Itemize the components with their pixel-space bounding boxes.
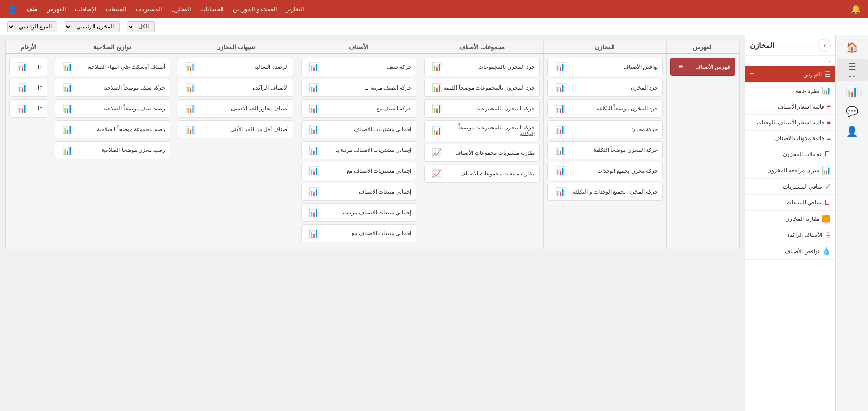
ijmali-masht-card[interactable]: إجمالي مشتريات الأصناف 📊: [301, 120, 416, 138]
asnaf-intiha-salaheya-card[interactable]: أصناف أوشكت على انتهاء الصلاحية 📊: [55, 58, 170, 76]
haraka-makhzan-card[interactable]: حركة مخزن 📊: [547, 120, 663, 138]
haraka-sanf-maa-label: حركة الصنف مع: [319, 105, 411, 112]
arqam-2-card[interactable]: Ih 📊: [9, 79, 47, 97]
haraka-makhzan-label: حركة مخزن: [565, 126, 658, 132]
sidebar-general[interactable]: ☰ عام: [837, 59, 868, 81]
tawareekh-column: أصناف أوشكت على انتهاء الصلاحية 📊 حركة ص…: [51, 54, 174, 249]
ijmali-masht-murattab-icon: 📊: [309, 145, 319, 155]
columns-header: الفهرس المخازن مجموعات الأصناف الأصناف ت…: [5, 41, 740, 54]
user-icon[interactable]: 👤: [7, 4, 17, 14]
raseed-majmooa-salaheya-label: رصيد مجموعة موضحاً الصلاحية: [72, 126, 165, 132]
haraka-makhzan-wehdat-label: حركة مخزن بجميع الوحدات: [565, 168, 658, 174]
menu-mokawinat-icon: ≡: [827, 134, 831, 142]
sidebar-user[interactable]: 👤: [837, 123, 868, 141]
raseed-majmooa-salaheya-card[interactable]: رصيد مجموعة موضحاً الصلاحية 📊: [55, 120, 170, 138]
haraka-sanf-card[interactable]: حركة صنف 📊: [301, 58, 416, 76]
menu-item-safi-mab[interactable]: 🗒 صافي المبيعات: [745, 195, 835, 211]
brand-name: ملف: [26, 6, 37, 13]
top-nav: 🔔 التقارير العملاء و الموردين الحسابات ا…: [0, 0, 868, 18]
menu-item-nazra[interactable]: 📊 نظرة عامة: [745, 83, 835, 99]
nav-index[interactable]: الفهرس: [46, 6, 66, 13]
haraka-majmooat-card[interactable]: حركة المخزن بالمجموعات 📊: [424, 99, 539, 118]
asnaf-column: حركة صنف 📊 حركة الصنف مرتبة بـ 📊 حركة ال…: [297, 54, 420, 249]
haraka-makhzan-wehdat-takl-card[interactable]: حركة المخزن بجميع الوحدات و التكلفة 📊: [547, 183, 663, 201]
fahras-asnaf-card[interactable]: فهرس الأصناف ≡: [670, 58, 735, 76]
sidebar-whatsapp[interactable]: 💬: [837, 103, 868, 121]
jard-majmooat-qeema-card[interactable]: جرد المخزون بالمجموعات موضحاً القيمة 📊: [424, 79, 539, 97]
haraka-makhzan-takl-card[interactable]: حركة المخزن موضحاً التكلفة 📊: [547, 141, 663, 159]
haraka-sanf-maa-card[interactable]: حركة الصنف مع 📊: [301, 99, 416, 118]
moqarna-masht-majmooat-label: مقارنة مشتريات مجموعات الأصناف: [442, 150, 534, 156]
haraka-majmooat-takl-card[interactable]: حركة المخزن بالمجموعات موضحاً التكلفة 📊: [424, 120, 539, 141]
jard-majmooat-card[interactable]: جرد المخزن بالمجموعات 📊: [424, 58, 539, 76]
menu-item-rakida[interactable]: ⊞ الأصناف الراكدة: [745, 227, 835, 243]
ijmali-mab-maa-card[interactable]: إجمالي مبيعات الأصناف مع 📊: [301, 224, 416, 242]
expand-panel-button[interactable]: ›: [745, 56, 835, 66]
raseed-makhzan-salaheya-card[interactable]: رصيد مخزن موضحاً الصلاحية 📊: [55, 141, 170, 159]
raseed-salbiya-card[interactable]: الرصدة السالبة 📊: [178, 58, 293, 76]
ijmali-masht-maa-card[interactable]: إجمالي مشتريات الأصناف مع 📊: [301, 162, 416, 180]
arqam-1-card[interactable]: Ih 📊: [9, 58, 47, 76]
nav-accounts[interactable]: الحسابات: [200, 6, 224, 13]
haraka-majmooat-label: حركة المخزن بالمجموعات: [442, 105, 534, 112]
raseed-salbiya-icon: 📊: [185, 62, 195, 72]
nav-purchases[interactable]: المشتريات: [136, 6, 162, 13]
raseed-sanf-salaheya-card[interactable]: رصيد صنف موضحاً الصلاحية 📊: [55, 99, 170, 118]
asnaf-hdd-adna-icon: 📊: [185, 124, 195, 134]
asnaf-hdd-aqsa-card[interactable]: أصناف تجاوز الحد الأقصى 📊: [178, 99, 293, 118]
asnaf-hdd-adna-card[interactable]: أصناف أقل من الحد الأدنى 📊: [178, 120, 293, 138]
menu-nazra-icon: 📊: [822, 86, 831, 95]
ijmali-masht-murattab-card[interactable]: إجمالي مشتريات الأصناف مرتبة بـ 📊: [301, 141, 416, 159]
branch-select[interactable]: الفرع الرئيسي: [7, 21, 57, 32]
moqarna-mab-majmooat-card[interactable]: مقارنة مبيعات مجموعات الأصناف 📈: [424, 165, 539, 183]
menu-mokawinat-label: قائمة مكونات الأصناف: [750, 135, 824, 142]
haraka-sanf-salaheya-card[interactable]: حركة صنف موضحاً الصلاحية 📊: [55, 79, 170, 97]
jard-makhzan-takl-card[interactable]: جرد المخزن موضحاً التكلفة 📊: [547, 99, 663, 118]
jard-makhzan-card[interactable]: جرد المخزن 📊: [547, 79, 663, 97]
nav-warehouses[interactable]: المخازن: [171, 6, 191, 13]
col-header-tawareekh: تواريخ الصلاحية: [51, 41, 174, 53]
menu-item-safi-masht[interactable]: ✓ صافي المشتريات: [745, 179, 835, 195]
menu-safi-masht-icon: ✓: [825, 182, 831, 191]
col-header-tanbihat: تنبيهات المخازن: [174, 41, 297, 53]
menu-item-moqarna[interactable]: 🟧 مقارنة المخازن: [745, 211, 835, 227]
sidebar-chart[interactable]: 📊: [837, 83, 868, 101]
moqarna-mab-icon: 📈: [432, 169, 442, 179]
nav-forward-button[interactable]: ›: [818, 39, 831, 52]
menu-nawaqes-label: نواقص الأصناف: [750, 248, 819, 255]
menu-item-mizan[interactable]: 📊 ميزان مراجعة المخزون: [745, 162, 835, 179]
arqam-1-icon: 📊: [17, 62, 27, 72]
haraka-sanf-murattab-card[interactable]: حركة الصنف مرتبة بـ 📊: [301, 79, 416, 97]
menu-item-tamaolat[interactable]: 🗒 تعاملات المخزون: [745, 146, 835, 162]
menu-item-fahras[interactable]: ☰ الفهرس ≡: [745, 66, 835, 83]
nav-clients[interactable]: العملاء و الموردين: [233, 6, 277, 13]
sidebar-general-label: عام: [849, 73, 855, 79]
menu-item-mokawinat[interactable]: ≡ قائمة مكونات الأصناف: [745, 131, 835, 146]
menu-item-nawaqes[interactable]: 💧 نواقص الأصناف: [745, 243, 835, 260]
moqarna-masht-majmooat-card[interactable]: مقارنة مشتريات مجموعات الأصناف 📈: [424, 144, 539, 162]
menu-icon: ☰: [848, 61, 856, 72]
menu-item-asaar[interactable]: ≡ قائمة اسعار الأصناف: [745, 99, 835, 115]
ijmali-mab-card[interactable]: إجمالي مبيعات الأصناف 📊: [301, 183, 416, 201]
bell-icon[interactable]: 🔔: [851, 4, 861, 14]
arqam-column: Ih 📊 Ih 📊 Ih 📊: [6, 54, 51, 249]
ijmali-mab-murattab-card[interactable]: إجمالي مبيعات الأصناف مرتبة بـ 📊: [301, 203, 416, 222]
nawaqes-asnaf-card[interactable]: نواقص الأصناف 📊: [547, 58, 663, 76]
nav-reports[interactable]: التقارير: [286, 6, 304, 13]
all-select[interactable]: الكل: [127, 21, 155, 32]
ijmali-masht-murattab-label: إجمالي مشتريات الأصناف مرتبة بـ: [319, 147, 411, 153]
arqam-3-card[interactable]: Ih 📊: [9, 99, 47, 118]
col-header-majmooat: مجموعات الأصناف: [420, 41, 543, 53]
raseed-salbiya-label: الرصدة السالبة: [195, 64, 288, 70]
warehouse-select[interactable]: المخزن الرئيسي: [65, 21, 120, 32]
ijmali-mab-murattab-label: إجمالي مبيعات الأصناف مرتبة بـ: [319, 209, 411, 216]
menu-item-asaar-wehdat[interactable]: ≡ قائمة اسعار الأصناف بالوحدات: [745, 115, 835, 131]
asnaf-rakida-card[interactable]: الأصناف الراكدة 📊: [178, 79, 293, 97]
home-icon: 🏠: [846, 42, 858, 53]
sidebar-home[interactable]: 🏠: [837, 39, 868, 57]
nav-sales[interactable]: المبيعات: [106, 6, 127, 13]
haraka-makhzan-wehdat-card[interactable]: حركة مخزن بجميع الوحدات 📊: [547, 162, 663, 180]
main-layout: 🏠 ☰ عام 📊 💬 👤 › المخازن › ☰ الفهرس ≡: [0, 35, 868, 411]
haraka-sanf-salaheya-icon: 📊: [62, 83, 72, 93]
nav-additions[interactable]: الإضافات: [75, 6, 97, 13]
